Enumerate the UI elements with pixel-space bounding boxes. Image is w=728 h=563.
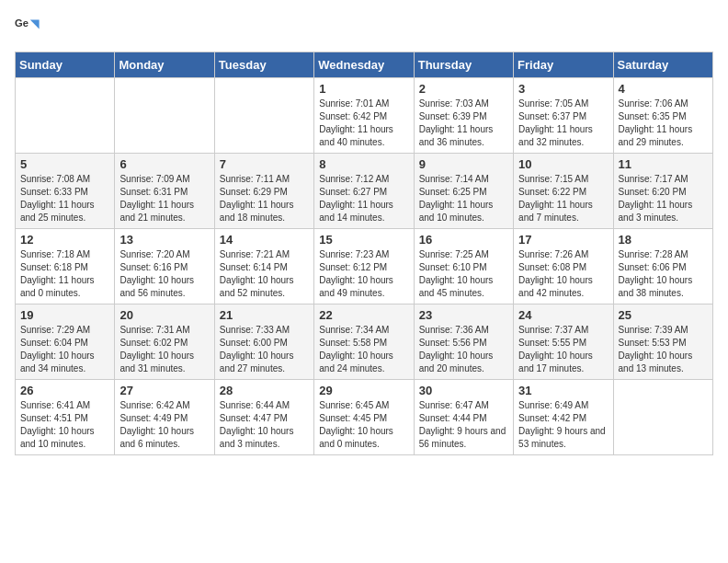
day-cell: 18Sunrise: 7:28 AM Sunset: 6:06 PM Dayli…: [613, 229, 712, 304]
day-number: 15: [319, 233, 408, 247]
day-cell: 13Sunrise: 7:20 AM Sunset: 6:16 PM Dayli…: [115, 229, 214, 304]
day-number: 9: [419, 157, 508, 171]
day-info: Sunrise: 7:03 AM Sunset: 6:39 PM Dayligh…: [419, 98, 508, 149]
day-cell: 26Sunrise: 6:41 AM Sunset: 4:51 PM Dayli…: [16, 380, 115, 455]
day-info: Sunrise: 7:11 AM Sunset: 6:29 PM Dayligh…: [220, 173, 309, 224]
day-cell: 29Sunrise: 6:45 AM Sunset: 4:45 PM Dayli…: [314, 380, 414, 455]
day-cell: 4Sunrise: 7:06 AM Sunset: 6:35 PM Daylig…: [613, 78, 712, 154]
day-info: Sunrise: 7:29 AM Sunset: 6:04 PM Dayligh…: [20, 324, 109, 375]
day-number: 25: [619, 308, 708, 322]
day-cell: 9Sunrise: 7:14 AM Sunset: 6:25 PM Daylig…: [414, 154, 513, 229]
day-cell: [115, 78, 214, 154]
weekday-thursday: Thursday: [414, 52, 513, 78]
logo: Ge: [15, 15, 44, 40]
day-number: 20: [119, 308, 209, 322]
calendar-table: SundayMondayTuesdayWednesdayThursdayFrid…: [15, 52, 713, 455]
day-number: 8: [319, 157, 408, 171]
svg-text:Ge: Ge: [15, 17, 28, 29]
day-number: 11: [619, 157, 708, 171]
day-info: Sunrise: 7:21 AM Sunset: 6:14 PM Dayligh…: [220, 248, 309, 300]
day-cell: 5Sunrise: 7:08 AM Sunset: 6:33 PM Daylig…: [16, 154, 115, 229]
week-row-5: 26Sunrise: 6:41 AM Sunset: 4:51 PM Dayli…: [16, 380, 713, 455]
weekday-tuesday: Tuesday: [214, 52, 313, 78]
day-cell: 8Sunrise: 7:12 AM Sunset: 6:27 PM Daylig…: [314, 154, 414, 229]
day-number: 3: [518, 82, 608, 96]
day-info: Sunrise: 6:49 AM Sunset: 4:42 PM Dayligh…: [518, 399, 608, 451]
day-number: 12: [20, 233, 109, 247]
day-info: Sunrise: 7:06 AM Sunset: 6:35 PM Dayligh…: [619, 98, 708, 149]
day-info: Sunrise: 7:18 AM Sunset: 6:18 PM Dayligh…: [20, 248, 109, 300]
week-row-1: 1Sunrise: 7:01 AM Sunset: 6:42 PM Daylig…: [16, 78, 713, 154]
day-cell: 15Sunrise: 7:23 AM Sunset: 6:12 PM Dayli…: [314, 229, 414, 304]
day-info: Sunrise: 7:34 AM Sunset: 5:58 PM Dayligh…: [319, 324, 408, 375]
page-header: Ge: [15, 15, 713, 40]
week-row-2: 5Sunrise: 7:08 AM Sunset: 6:33 PM Daylig…: [16, 154, 713, 229]
day-cell: 2Sunrise: 7:03 AM Sunset: 6:39 PM Daylig…: [414, 78, 513, 154]
day-info: Sunrise: 7:12 AM Sunset: 6:27 PM Dayligh…: [319, 173, 408, 224]
day-number: 31: [518, 384, 608, 397]
day-info: Sunrise: 7:05 AM Sunset: 6:37 PM Dayligh…: [518, 98, 608, 149]
day-number: 30: [419, 384, 508, 397]
day-cell: 12Sunrise: 7:18 AM Sunset: 6:18 PM Dayli…: [16, 229, 115, 304]
day-info: Sunrise: 7:26 AM Sunset: 6:08 PM Dayligh…: [518, 248, 608, 300]
day-cell: 20Sunrise: 7:31 AM Sunset: 6:02 PM Dayli…: [115, 304, 214, 380]
day-number: 18: [619, 233, 708, 247]
svg-marker-1: [30, 20, 40, 29]
day-info: Sunrise: 6:42 AM Sunset: 4:49 PM Dayligh…: [119, 399, 209, 451]
day-cell: [16, 78, 115, 154]
day-cell: 16Sunrise: 7:25 AM Sunset: 6:10 PM Dayli…: [414, 229, 513, 304]
day-number: 14: [220, 233, 309, 247]
day-info: Sunrise: 6:44 AM Sunset: 4:47 PM Dayligh…: [220, 399, 309, 451]
day-number: 29: [319, 384, 408, 397]
day-info: Sunrise: 7:09 AM Sunset: 6:31 PM Dayligh…: [119, 173, 209, 224]
day-number: 28: [220, 384, 309, 397]
day-number: 10: [518, 157, 608, 171]
day-cell: 19Sunrise: 7:29 AM Sunset: 6:04 PM Dayli…: [16, 304, 115, 380]
day-number: 27: [119, 384, 209, 397]
day-number: 5: [20, 157, 109, 171]
day-number: 26: [20, 384, 109, 397]
day-number: 22: [319, 308, 408, 322]
day-cell: 1Sunrise: 7:01 AM Sunset: 6:42 PM Daylig…: [314, 78, 414, 154]
day-cell: 22Sunrise: 7:34 AM Sunset: 5:58 PM Dayli…: [314, 304, 414, 380]
day-cell: 30Sunrise: 6:47 AM Sunset: 4:44 PM Dayli…: [414, 380, 513, 455]
day-cell: 7Sunrise: 7:11 AM Sunset: 6:29 PM Daylig…: [214, 154, 313, 229]
day-number: 21: [220, 308, 309, 322]
weekday-wednesday: Wednesday: [314, 52, 414, 78]
day-info: Sunrise: 7:36 AM Sunset: 5:56 PM Dayligh…: [419, 324, 508, 375]
weekday-sunday: Sunday: [16, 52, 115, 78]
day-cell: 24Sunrise: 7:37 AM Sunset: 5:55 PM Dayli…: [514, 304, 613, 380]
weekday-header-row: SundayMondayTuesdayWednesdayThursdayFrid…: [16, 52, 713, 78]
day-cell: 23Sunrise: 7:36 AM Sunset: 5:56 PM Dayli…: [414, 304, 513, 380]
day-cell: 25Sunrise: 7:39 AM Sunset: 5:53 PM Dayli…: [613, 304, 712, 380]
day-cell: 28Sunrise: 6:44 AM Sunset: 4:47 PM Dayli…: [214, 380, 313, 455]
day-cell: 14Sunrise: 7:21 AM Sunset: 6:14 PM Dayli…: [214, 229, 313, 304]
day-info: Sunrise: 6:45 AM Sunset: 4:45 PM Dayligh…: [319, 399, 408, 451]
day-info: Sunrise: 7:08 AM Sunset: 6:33 PM Dayligh…: [20, 173, 109, 224]
day-number: 2: [419, 82, 508, 96]
day-info: Sunrise: 7:25 AM Sunset: 6:10 PM Dayligh…: [419, 248, 508, 300]
day-info: Sunrise: 7:39 AM Sunset: 5:53 PM Dayligh…: [619, 324, 708, 375]
weekday-monday: Monday: [115, 52, 214, 78]
day-info: Sunrise: 7:37 AM Sunset: 5:55 PM Dayligh…: [518, 324, 608, 375]
day-cell: [613, 380, 712, 455]
day-info: Sunrise: 7:33 AM Sunset: 6:00 PM Dayligh…: [220, 324, 309, 375]
day-number: 6: [119, 157, 209, 171]
day-info: Sunrise: 7:15 AM Sunset: 6:22 PM Dayligh…: [518, 173, 608, 224]
day-cell: 31Sunrise: 6:49 AM Sunset: 4:42 PM Dayli…: [514, 380, 613, 455]
weekday-saturday: Saturday: [613, 52, 712, 78]
week-row-4: 19Sunrise: 7:29 AM Sunset: 6:04 PM Dayli…: [16, 304, 713, 380]
weekday-friday: Friday: [514, 52, 613, 78]
day-number: 24: [518, 308, 608, 322]
day-number: 13: [119, 233, 209, 247]
logo-icon: Ge: [15, 15, 40, 40]
day-cell: 27Sunrise: 6:42 AM Sunset: 4:49 PM Dayli…: [115, 380, 214, 455]
day-number: 1: [319, 82, 408, 96]
day-info: Sunrise: 6:41 AM Sunset: 4:51 PM Dayligh…: [20, 399, 109, 451]
day-info: Sunrise: 7:28 AM Sunset: 6:06 PM Dayligh…: [619, 248, 708, 300]
day-info: Sunrise: 7:17 AM Sunset: 6:20 PM Dayligh…: [619, 173, 708, 224]
day-cell: [214, 78, 313, 154]
day-info: Sunrise: 7:14 AM Sunset: 6:25 PM Dayligh…: [419, 173, 508, 224]
day-cell: 21Sunrise: 7:33 AM Sunset: 6:00 PM Dayli…: [214, 304, 313, 380]
day-number: 7: [220, 157, 309, 171]
